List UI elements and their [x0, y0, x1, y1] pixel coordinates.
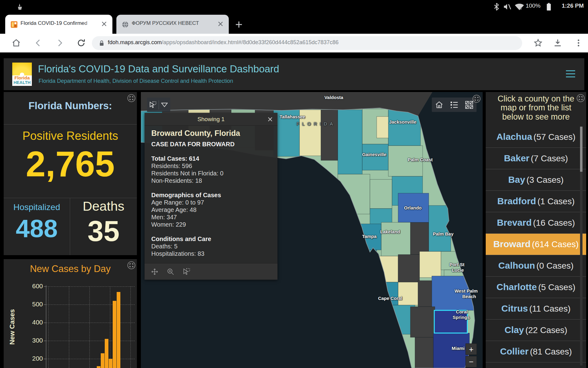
map-label: Valdosta: [324, 95, 343, 100]
county-name: Calhoun: [498, 260, 535, 270]
county-case-count: (16 Cases): [533, 218, 575, 228]
new-cases-bar: [101, 353, 104, 368]
county-name: Collier: [500, 346, 529, 356]
map-label: Palm Bay: [433, 231, 454, 236]
scrollbar-thumb[interactable]: [580, 127, 582, 172]
hamburger-menu-icon[interactable]: [566, 70, 575, 78]
download-icon[interactable]: [553, 38, 562, 48]
home-icon[interactable]: [12, 38, 21, 48]
county-case-count: (614 Cases): [532, 240, 579, 249]
select-features-icon[interactable]: [147, 98, 159, 112]
popup-line: [151, 184, 271, 191]
popup-showing-count: Showing 1: [145, 116, 277, 123]
map-label: Gainesville: [362, 152, 386, 157]
county-list-item[interactable]: Bay (3 Cases): [486, 169, 586, 191]
tab-forum[interactable]: ФОРУМ РУССКИХ НЕВЕСТ: [116, 15, 229, 34]
expand-panel-icon[interactable]: [576, 94, 585, 102]
popup-lines: CASE DATA FOR BROWARDTotal Cases: 614Res…: [151, 140, 271, 257]
expand-panel-icon[interactable]: [127, 261, 136, 270]
tab-close-icon[interactable]: [100, 20, 108, 28]
popup-line: Hospitalizations: 83: [151, 250, 271, 257]
map-label: Tampa: [362, 234, 376, 239]
url-path: /apps/opsdashboard/index.html#/8d0de33f2…: [162, 39, 338, 45]
popup-line: [151, 228, 271, 235]
chart-title: New Cases by Day: [4, 263, 137, 274]
popup-line: Women: 229: [151, 221, 271, 228]
county-name: Bay: [508, 174, 525, 185]
county-list-item[interactable]: Citrus (11 Cases): [486, 298, 586, 320]
florida-health-logo: Florida HEALTH: [12, 63, 32, 86]
county-list-item[interactable]: Brevard (16 Cases): [486, 212, 586, 234]
pan-to-icon[interactable]: [151, 268, 159, 276]
map-label: Port St: [449, 262, 464, 267]
zoom-in-button[interactable]: +: [466, 343, 477, 355]
map-label: Springs: [453, 315, 470, 320]
county-case-count: (7 Cases): [531, 154, 568, 163]
new-tab-icon[interactable]: [234, 20, 243, 29]
wifi-icon: [514, 3, 524, 11]
popup-body: Broward County, Florida CASE DATA FOR BR…: [151, 129, 271, 257]
county-name: Baker: [504, 153, 529, 163]
county-list-item[interactable]: Collier (81 Cases): [486, 341, 586, 362]
new-cases-bar: [109, 359, 112, 368]
county-name: Brevard: [497, 217, 532, 228]
popup-line: Residents Not in Florida: 0: [151, 170, 271, 177]
chevron-down-icon[interactable]: [159, 98, 171, 112]
zoom-controls: + −: [466, 343, 477, 368]
county-list-item[interactable]: Baker (7 Cases): [486, 148, 586, 169]
zoom-out-button[interactable]: −: [466, 356, 477, 367]
map-label: Orlando: [404, 205, 422, 210]
battery-percent: 100%: [526, 2, 541, 9]
county-list-item[interactable]: Alachua (57 Cases): [486, 126, 586, 148]
select-icon[interactable]: [183, 268, 190, 276]
bluetooth-icon: [493, 3, 500, 11]
clock: 1:26 PM: [562, 2, 584, 9]
legend-icon[interactable]: [447, 98, 462, 112]
map-label: Lucie: [452, 267, 464, 273]
positive-residents-value: 2,765: [4, 144, 137, 185]
expand-panel-icon[interactable]: [127, 94, 136, 102]
globe-favicon: [121, 21, 129, 29]
deaths-value: 35: [70, 215, 137, 248]
mute-icon: [503, 3, 511, 11]
android-status-bar: 100% 1:26 PM: [0, 0, 588, 13]
reload-icon[interactable]: [77, 38, 86, 48]
logo-text: Florida: [12, 75, 32, 80]
map-home-icon[interactable]: [432, 98, 447, 112]
county-name: Alachua: [496, 132, 532, 142]
county-list-item[interactable]: Charlotte (5 Cases): [486, 277, 586, 298]
tab-close-icon[interactable]: [217, 20, 224, 28]
expand-map-icon[interactable]: [472, 94, 481, 103]
county-list-item[interactable]: Bradford (1 Cases): [486, 191, 586, 212]
hospitalized-value: 488: [4, 214, 70, 243]
county-list-item[interactable]: Broward (614 Cases): [486, 234, 586, 255]
bookmark-star-icon[interactable]: [533, 38, 543, 48]
county-list-item[interactable]: Calhoun (0 Cases): [486, 255, 586, 277]
stats-heading: Florida Numbers:: [4, 100, 137, 112]
positive-residents-label: Positive Residents: [4, 129, 137, 143]
url-bar[interactable]: fdoh.maps.arcgis.com/apps/opsdashboard/i…: [92, 36, 522, 50]
county-case-count: (22 Cases): [525, 325, 567, 335]
popup-header: Showing 1: [145, 113, 277, 126]
y-tick-label: 300: [21, 337, 43, 344]
sun-graphic: [12, 63, 32, 75]
popup-line: CASE DATA FOR BROWARD: [151, 140, 271, 148]
url-text: fdoh.maps.arcgis.com/apps/opsdashboard/i…: [108, 39, 339, 46]
browser-toolbar: fdoh.maps.arcgis.com/apps/opsdashboard/i…: [0, 34, 588, 52]
county-list-item[interactable]: Clay (22 Cases): [486, 320, 586, 341]
forward-icon[interactable]: [55, 38, 64, 48]
tab-strip: Florida COVID-19 Confirmed ФОРУМ РУССКИХ…: [0, 13, 588, 34]
county-case-count: (0 Cases): [537, 261, 574, 270]
map-label: Jacksonville: [389, 119, 416, 125]
dashboard-favicon: [10, 21, 18, 29]
menu-kebab-icon[interactable]: [574, 38, 583, 48]
y-tick-label: 200: [21, 355, 43, 362]
county-list-panel: Click a county on the map or from the li…: [486, 92, 586, 368]
back-icon[interactable]: [34, 38, 43, 48]
florida-numbers-panel: Florida Numbers: Positive Residents 2,76…: [4, 92, 137, 255]
florida-map[interactable]: ValdostaTallahasseeFLORIDAJacksonvilleGa…: [141, 92, 483, 368]
zoom-to-icon[interactable]: [167, 268, 175, 276]
popup-close-icon[interactable]: [266, 116, 274, 123]
y-axis: [46, 285, 46, 368]
tab-florida-covid[interactable]: Florida COVID-19 Confirmed: [5, 15, 112, 34]
